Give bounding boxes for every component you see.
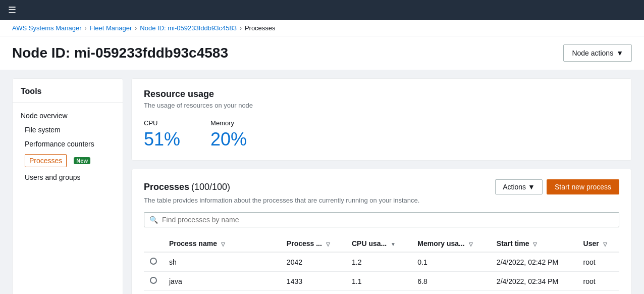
- radio-button-1[interactable]: [150, 277, 157, 284]
- sort-icon-cpu: ▼: [391, 241, 396, 247]
- start-new-process-label: Start new process: [555, 183, 611, 191]
- node-actions-label: Node actions: [572, 49, 613, 57]
- processes-card: Processes (100/100) Actions ▼ Start new …: [131, 169, 632, 294]
- cell-memory-0: 0.1: [411, 252, 491, 272]
- cell-start-time-0: 2/4/2022, 02:42 PM: [491, 252, 577, 272]
- processes-subtitle: The table provides information about the…: [144, 197, 619, 204]
- sort-icon-memory: ▽: [469, 241, 473, 247]
- memory-value: 20%: [210, 129, 247, 150]
- col-process-name[interactable]: Process name ▽: [163, 235, 281, 252]
- sidebar: Tools Node overview File system Performa…: [12, 78, 123, 294]
- cell-memory-1: 6.8: [411, 272, 491, 291]
- table-row[interactable]: java 1433 1.1 6.8 2/4/2022, 02:34 PM roo…: [144, 272, 619, 291]
- table-header: Process name ▽ Process ... ▽ CPU usa... …: [144, 235, 619, 252]
- resource-usage-card: Resource usage The usage of resources on…: [131, 78, 632, 161]
- actions-arrow-icon: ▼: [528, 183, 535, 191]
- sort-icon-pid: ▽: [326, 241, 330, 247]
- cpu-metric: CPU 51%: [144, 119, 180, 150]
- radio-button-0[interactable]: [150, 258, 157, 265]
- col-memory-usage[interactable]: Memory usa... ▽: [411, 235, 491, 252]
- page-title: Node ID: mi-059233fddb93c4583: [12, 45, 228, 61]
- breadcrumb-aws-systems-manager[interactable]: AWS Systems Manager: [12, 24, 82, 32]
- cell-process-name-0: sh: [163, 252, 281, 272]
- col-process-pid[interactable]: Process ... ▽: [281, 235, 346, 252]
- col-cpu-usage[interactable]: CPU usa... ▼: [346, 235, 411, 252]
- cell-cpu-0: 1.2: [346, 252, 411, 272]
- hamburger-icon[interactable]: ☰: [8, 5, 16, 16]
- processes-new-badge: New: [74, 157, 90, 164]
- cell-process-name-2: /usr/bin/ssm-session-worker: [163, 291, 281, 295]
- breadcrumb-sep-1: ›: [85, 25, 87, 32]
- cell-cpu-2: 0.2: [346, 291, 411, 295]
- actions-bar: Actions ▼ Start new process: [495, 179, 619, 194]
- sort-icon-user: ▽: [603, 241, 607, 247]
- sidebar-item-users-groups[interactable]: Users and groups: [13, 170, 123, 184]
- cell-cpu-1: 1.1: [346, 272, 411, 291]
- search-icon: 🔍: [149, 216, 158, 224]
- row-select-0[interactable]: [144, 252, 163, 272]
- sidebar-item-processes[interactable]: Processes: [25, 154, 67, 167]
- row-select-1[interactable]: [144, 272, 163, 291]
- resource-usage-subtitle: The usage of resources on your node: [144, 102, 619, 109]
- col-select: [144, 235, 163, 252]
- breadcrumb-sep-3: ›: [240, 25, 242, 32]
- resource-usage-title: Resource usage: [144, 89, 619, 100]
- processes-table: Process name ▽ Process ... ▽ CPU usa... …: [144, 235, 619, 294]
- sidebar-item-node-overview[interactable]: Node overview: [13, 109, 123, 123]
- sidebar-item-performance-counters[interactable]: Performance counters: [13, 137, 123, 151]
- cell-start-time-2: 2/4/2022, 02:42 PM: [491, 291, 577, 295]
- breadcrumb-sep-2: ›: [135, 25, 137, 32]
- table-row[interactable]: sh 2042 1.2 0.1 2/4/2022, 02:42 PM root: [144, 252, 619, 272]
- node-actions-arrow-icon: ▼: [616, 49, 623, 57]
- row-select-2[interactable]: [144, 291, 163, 295]
- col-start-time[interactable]: Start time ▽: [491, 235, 577, 252]
- resource-metrics: CPU 51% Memory 20%: [144, 119, 619, 150]
- processes-title: Processes: [144, 182, 189, 192]
- col-user[interactable]: User ▽: [577, 235, 619, 252]
- sort-icon-start-time: ▽: [533, 241, 537, 247]
- page-header: Node ID: mi-059233fddb93c4583 Node actio…: [0, 36, 644, 70]
- processes-count: (100/100): [191, 182, 230, 192]
- sidebar-item-file-system[interactable]: File system: [13, 123, 123, 137]
- breadcrumb-fleet-manager[interactable]: Fleet Manager: [90, 24, 132, 32]
- breadcrumb: AWS Systems Manager › Fleet Manager › No…: [0, 20, 644, 36]
- sort-icon-process-name: ▽: [221, 241, 225, 247]
- cell-pid-1: 1433: [281, 272, 346, 291]
- cell-pid-2: 2034: [281, 291, 346, 295]
- memory-label: Memory: [210, 119, 247, 127]
- search-box[interactable]: 🔍: [144, 212, 619, 227]
- cell-user-0: root: [577, 252, 619, 272]
- cell-user-2: root: [577, 291, 619, 295]
- cpu-label: CPU: [144, 119, 180, 127]
- cell-memory-2: 1.2: [411, 291, 491, 295]
- memory-metric: Memory 20%: [210, 119, 247, 150]
- cpu-value: 51%: [144, 129, 180, 150]
- actions-button[interactable]: Actions ▼: [495, 179, 543, 194]
- main-layout: Tools Node overview File system Performa…: [0, 70, 644, 294]
- cell-start-time-1: 2/4/2022, 02:34 PM: [491, 272, 577, 291]
- actions-label: Actions: [503, 183, 526, 191]
- top-navbar: ☰: [0, 0, 644, 20]
- cell-user-1: root: [577, 272, 619, 291]
- node-actions-button[interactable]: Node actions ▼: [563, 44, 632, 62]
- processes-header: Processes (100/100) Actions ▼ Start new …: [144, 179, 619, 194]
- sidebar-nav: Node overview File system Performance co…: [13, 103, 123, 190]
- cell-process-name-1: java: [163, 272, 281, 291]
- content-area: Resource usage The usage of resources on…: [131, 78, 632, 294]
- table-body: sh 2042 1.2 0.1 2/4/2022, 02:42 PM root …: [144, 252, 619, 294]
- breadcrumb-node-id[interactable]: Node ID: mi-059233fddb93c4583: [140, 24, 237, 32]
- breadcrumb-current: Processes: [245, 24, 276, 32]
- cell-pid-0: 2042: [281, 252, 346, 272]
- processes-title-area: Processes (100/100): [144, 182, 230, 192]
- search-input[interactable]: [162, 216, 614, 224]
- table-row[interactable]: /usr/bin/ssm-session-worker 2034 0.2 1.2…: [144, 291, 619, 295]
- start-new-process-button[interactable]: Start new process: [547, 179, 619, 194]
- sidebar-title: Tools: [13, 87, 123, 103]
